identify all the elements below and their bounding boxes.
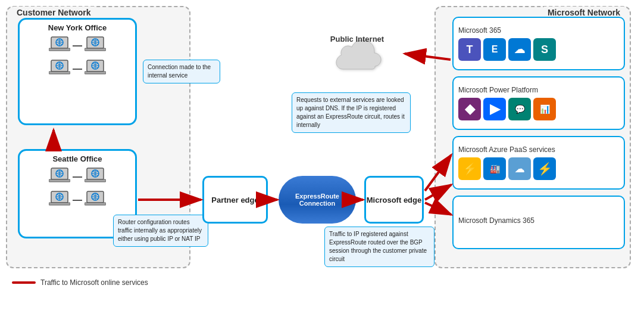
ms365-icons: T E ☁ S xyxy=(458,38,556,61)
legend-line xyxy=(12,281,36,284)
azure-paas-icons: ⚡ 🏭 ☁ ⚡ xyxy=(458,157,556,180)
callout-ny-text: Connection made to the internal service xyxy=(148,64,211,79)
seattle-laptop-3 xyxy=(49,190,70,210)
seattle-line-1 xyxy=(73,176,82,178)
azure-function-icon: ⚡ xyxy=(458,157,481,180)
seattle-office-title: Seattle Office xyxy=(20,154,135,163)
ny-laptop-3 xyxy=(49,59,70,79)
seattle-laptop-row2 xyxy=(20,190,135,210)
legend: Traffic to Microsoft online services xyxy=(12,279,148,286)
public-internet-label: Public Internet xyxy=(315,35,399,45)
microsoft-edge-label: Microsoft edge xyxy=(367,196,421,204)
power-platform-box: Microsoft Power Platform ◆ ▶ 💬 📊 xyxy=(452,76,625,130)
partner-edge-label: Partner edge xyxy=(211,196,258,204)
azure-bolt-icon: ⚡ xyxy=(533,157,556,180)
svg-rect-29 xyxy=(85,179,106,182)
azure-service-icon: 🏭 xyxy=(483,157,506,180)
ny-laptop-1 xyxy=(49,36,70,55)
ny-laptop-row2 xyxy=(20,59,135,79)
ny-laptop-group xyxy=(49,36,106,55)
public-internet-text: Public Internet xyxy=(330,35,384,44)
dynamics365-title: Microsoft Dynamics 365 xyxy=(458,216,534,225)
seattle-laptop-4 xyxy=(85,190,106,210)
svg-rect-14 xyxy=(49,72,70,74)
diagram-container: Customer Network New York Office xyxy=(0,0,644,292)
ms365-content: Microsoft 365 T E ☁ S xyxy=(458,26,556,61)
svg-rect-34 xyxy=(49,203,70,205)
svg-rect-4 xyxy=(49,48,70,51)
legend-label: Traffic to Microsoft online services xyxy=(40,278,148,287)
partner-edge-box: Partner edge xyxy=(202,176,268,224)
microsoft-edge-box: Microsoft edge xyxy=(364,176,424,224)
seattle-laptop-group xyxy=(49,167,106,187)
seattle-laptop-group2 xyxy=(49,190,106,210)
power-automate-icon: ▶ xyxy=(483,98,506,120)
power-platform-content: Microsoft Power Platform ◆ ▶ 💬 📊 xyxy=(458,86,556,120)
customer-network-title: Customer Network xyxy=(13,7,94,18)
ms365-box: Microsoft 365 T E ☁ S xyxy=(452,17,625,70)
power-platform-icons: ◆ ▶ 💬 📊 xyxy=(458,98,556,120)
callout-public: Requests to external services are looked… xyxy=(292,92,411,133)
svg-rect-39 xyxy=(85,203,106,205)
expressroute-box: ExpressRoute Connection xyxy=(279,176,356,224)
teams-icon: T xyxy=(458,38,481,61)
ny-office-title: New York Office xyxy=(20,23,135,32)
callout-seattle: Router configuration routes traffic inte… xyxy=(113,215,208,247)
seattle-line-2 xyxy=(73,200,82,201)
ny-laptop-2 xyxy=(85,36,106,55)
ny-line-2 xyxy=(73,69,82,70)
seattle-laptop-1 xyxy=(49,167,70,187)
svg-rect-19 xyxy=(85,72,106,74)
ms365-title: Microsoft 365 xyxy=(458,26,556,35)
power-apps-icon: ◆ xyxy=(458,98,481,120)
callout-ms-edge: Traffic to IP registered against Express… xyxy=(324,227,434,267)
ny-line-1 xyxy=(73,45,82,46)
svg-rect-24 xyxy=(49,179,70,182)
ny-laptop-4 xyxy=(85,59,106,79)
azure-cloud-icon: ☁ xyxy=(508,157,531,180)
ny-laptop-group2 xyxy=(49,59,106,79)
azure-paas-title: Microsoft Azure PaaS services xyxy=(458,145,556,154)
onedrive-icon: ☁ xyxy=(508,38,531,61)
azure-paas-box: Microsoft Azure PaaS services ⚡ 🏭 ☁ ⚡ xyxy=(452,136,625,190)
power-bi-icon: 📊 xyxy=(533,98,556,120)
edge-icon: E xyxy=(483,38,506,61)
seattle-laptops xyxy=(20,167,135,187)
power-platform-title: Microsoft Power Platform xyxy=(458,86,556,94)
power-virtual-agents-icon: 💬 xyxy=(508,98,531,120)
seattle-laptop-2 xyxy=(85,167,106,187)
public-internet-container: Public Internet xyxy=(315,24,399,83)
callout-public-text: Requests to external services are looked… xyxy=(296,97,405,128)
callout-seattle-text: Router configuration routes traffic inte… xyxy=(118,219,202,242)
callout-ny: Connection made to the internal service xyxy=(143,60,220,83)
ny-office-box: New York Office xyxy=(18,18,137,125)
svg-rect-9 xyxy=(85,48,106,51)
dynamics365-box: Microsoft Dynamics 365 xyxy=(452,196,625,249)
azure-paas-content: Microsoft Azure PaaS services ⚡ 🏭 ☁ ⚡ xyxy=(458,145,556,180)
callout-ms-edge-text: Traffic to IP registered against Express… xyxy=(329,231,427,262)
dynamics365-content: Microsoft Dynamics 365 xyxy=(458,216,534,228)
sharepoint-icon: S xyxy=(533,38,556,61)
ny-laptops xyxy=(20,36,135,55)
expressroute-label: ExpressRoute Connection xyxy=(282,193,353,207)
